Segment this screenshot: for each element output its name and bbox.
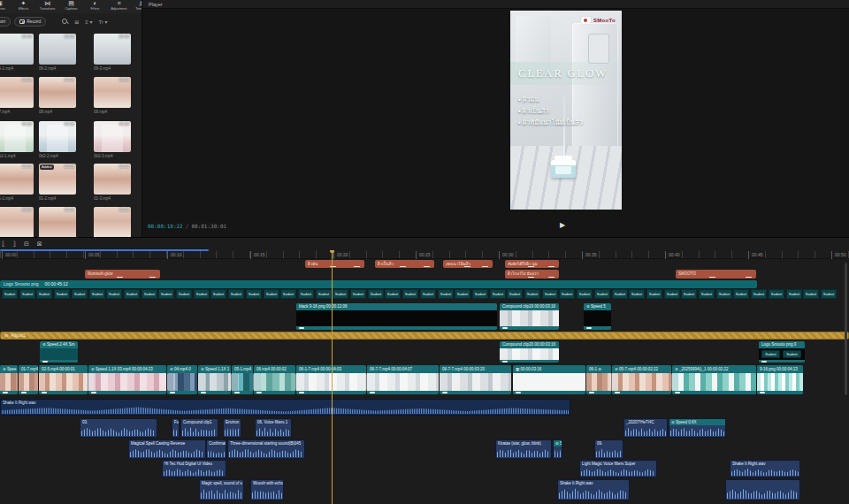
expand-panel-icon[interactable]: › — [139, 2, 141, 7]
audio-clip[interactable]: Magic spell, sound of s — [199, 479, 244, 500]
video-clip[interactable]: ⊘ _20259994()_1 00:00:02:22 — [672, 365, 756, 394]
fragment-clip[interactable]: Sadevt — [106, 289, 122, 299]
fragment-clip[interactable]: Sadevt — [176, 289, 192, 299]
fragment-clip[interactable]: Sadevt — [420, 289, 436, 299]
fragment-clip[interactable]: Sadevt — [264, 289, 279, 299]
fragment-clip[interactable]: Sadevt — [664, 289, 680, 299]
fragment-clip[interactable]: Sadevt — [559, 289, 575, 299]
fragment-clip[interactable]: Sadevt — [733, 289, 749, 299]
tab-stickers[interactable]: ▣Stickers — [0, 0, 11, 13]
audio-clip[interactable]: 03. — [80, 418, 157, 438]
video-clip[interactable]: ⊘ Speed 1.1X 03.mp4 00:00:04:23 — [88, 365, 166, 394]
audio-clip[interactable]: ⊘ S — [553, 439, 562, 459]
fragment-clip[interactable]: Sadevt — [629, 289, 645, 299]
fragment-clip[interactable]: Sadevt — [142, 289, 157, 299]
image-overlay-clip[interactable]: Logo Smooto png00:00:45:12 — [0, 280, 757, 288]
grid-view-icon[interactable]: ⊞ — [74, 19, 79, 25]
fragment-clip[interactable]: Sadevt — [612, 289, 628, 299]
audio-clip[interactable]: Shake It Right.wav — [730, 460, 800, 477]
audio-clip[interactable]: Light Magic Voice filters Super — [579, 460, 657, 477]
audio-clip[interactable]: 09. — [594, 439, 623, 459]
audio-clip[interactable]: Compound clip1 — [180, 418, 218, 438]
fragment-clip[interactable]: Sadevt — [438, 289, 454, 299]
media-item[interactable]: 00:0802-3.mp4 — [94, 207, 131, 237]
tab-templates[interactable]: ▦Templates — [131, 0, 142, 13]
video-clip[interactable]: 9-16.png 00:00:04:23 — [757, 365, 803, 394]
vertical-scrollbar[interactable] — [845, 263, 847, 395]
audio-clip[interactable] — [725, 479, 800, 500]
transition-handle[interactable] — [198, 373, 206, 391]
fragment-clip[interactable]: Sadevt — [2, 289, 18, 299]
fragment-clip[interactable]: Sadevt — [89, 289, 105, 299]
fragment-clip[interactable]: Sadevt — [455, 289, 470, 299]
transition-handle[interactable] — [610, 373, 618, 391]
fragment-clip[interactable]: Sadevt — [158, 289, 174, 299]
video-clip[interactable]: black 9-16 png 00:00:12:06 — [296, 303, 497, 330]
play-button[interactable]: ▶ — [560, 221, 565, 229]
filter-icon[interactable]: Tr ▾ — [99, 19, 108, 25]
text-clip[interactable]: ผิวมัน — [305, 260, 364, 268]
tab-effects[interactable]: ✦Effects — [11, 0, 35, 13]
transition-handle[interactable] — [295, 373, 303, 391]
fragment-clip[interactable]: Sadevt — [402, 289, 418, 299]
media-item[interactable]: 00:0806-2.mp4 — [39, 34, 76, 71]
video-clip[interactable]: ⊘ Speed 2.4X Sm — [40, 341, 78, 363]
timeline-ruler[interactable]: 00:0000:0500:1000:1500:2000:2500:3000:35… — [0, 251, 849, 259]
fragment-clip[interactable]: Sadevt — [228, 289, 244, 299]
audio-clip[interactable]: ⊘ Speed 0.6X — [669, 418, 726, 438]
fragment-clip[interactable]: Sadevt — [594, 289, 610, 299]
fragment-clip[interactable]: Sadevt — [716, 289, 732, 299]
video-clip[interactable]: Compound clip20 00:00:03:16 — [500, 341, 559, 363]
video-clip[interactable]: Compound clip19 00:00:03:16 — [500, 303, 559, 330]
fragment-clip[interactable]: Sadevt — [542, 289, 558, 299]
fragment-clip[interactable]: Sadevt — [769, 289, 784, 299]
fragment-clip[interactable]: Sadevt — [246, 289, 262, 299]
fragment-clip[interactable]: Sadevt — [472, 289, 488, 299]
tab-filters[interactable]: ◐Filters — [83, 0, 107, 13]
mask-icon[interactable]: ⊠ — [37, 241, 42, 248]
video-clip[interactable]: ⊘ Speed 5 — [584, 303, 611, 330]
fragment-clip[interactable]: Sadevt — [72, 289, 88, 299]
fragment-clip[interactable]: Sadevt — [368, 289, 384, 299]
fragment-clip[interactable]: Sadevt — [333, 289, 348, 299]
media-item[interactable]: 00:0801-3.mp4 — [94, 164, 131, 201]
fragment-clip[interactable]: Sadevt — [699, 289, 715, 299]
tab-captions[interactable]: ▤Captions — [59, 0, 83, 13]
media-item[interactable]: 00:0809.mp4 — [94, 77, 131, 114]
media-item[interactable]: Added00:0801-2.mp4 — [39, 164, 76, 201]
media-item[interactable]: 00:080b2-1.mp4 — [0, 121, 34, 158]
fragment-clip[interactable]: Sadevt — [751, 289, 767, 299]
fragment-clip[interactable]: Sadevt — [646, 289, 662, 299]
video-clip[interactable]: Logo Smooto png 0SadevtSadevt — [759, 341, 805, 363]
fragment-clip[interactable]: Sadevt — [803, 289, 819, 299]
video-clip[interactable]: 06-7-7.mp4 00:00:03:20 — [440, 365, 511, 394]
fragment-clip[interactable]: Sadevt — [54, 289, 70, 299]
playhead[interactable] — [332, 250, 333, 504]
transition-handle[interactable] — [253, 373, 261, 391]
fragment-clip[interactable]: Sadevt — [821, 289, 837, 299]
delete-icon[interactable]: ⊟ — [24, 241, 29, 248]
import-button[interactable]: Import — [0, 17, 11, 27]
sort-icon[interactable]: ≡ ▾ — [85, 19, 92, 25]
fragment-clip[interactable]: Sadevt — [194, 289, 210, 299]
audio-clip[interactable]: _20207!HeTI4C — [623, 418, 668, 438]
video-clip[interactable]: 06-7-7.mp4 00:00:04:07 — [367, 365, 439, 394]
fragment-clip[interactable]: Sadevt — [210, 289, 226, 299]
video-clip[interactable]: ⊘ Spee — [0, 365, 18, 394]
search-icon[interactable] — [62, 19, 68, 25]
fragment-clip[interactable]: Sadevt — [350, 289, 366, 299]
text-clip[interactable]: ผิวเป็นสิว — [375, 260, 434, 268]
fragment-clip[interactable]: Sadevt — [36, 289, 52, 299]
transition-handle[interactable] — [366, 373, 374, 391]
fragment-clip[interactable]: Sadevt — [298, 289, 314, 299]
audio-clip[interactable]: Woosh with echo — [250, 479, 284, 500]
text-clip[interactable]: Illumisoft-glow — [85, 270, 160, 279]
media-item[interactable]: 00:0802-1.mp4 — [0, 207, 34, 237]
audio-clip[interactable]: Three-dimensional starting sound(B)045 — [227, 439, 305, 459]
record-button[interactable]: Record — [14, 17, 46, 27]
text-clip[interactable]: ลดแนวโน้มสิว — [443, 260, 493, 268]
transition-handle[interactable] — [86, 373, 94, 391]
audio-clip[interactable]: Fu — [172, 418, 180, 438]
video-clip[interactable]: 02-5.mp4 00:00:01 — [39, 365, 88, 394]
trim-left-icon[interactable]: ⟦ — [2, 241, 4, 248]
